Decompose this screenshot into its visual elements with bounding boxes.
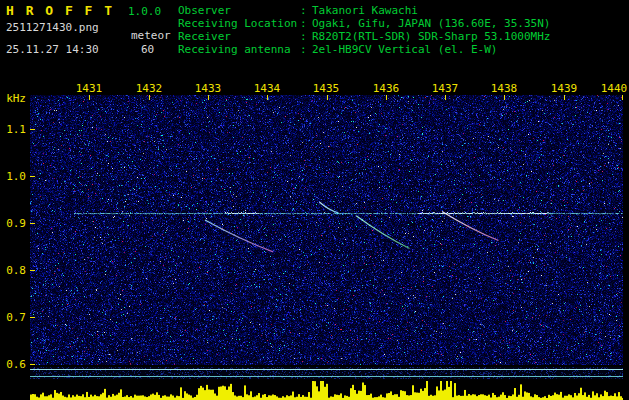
freq-tick-label: 1.0: [0, 170, 26, 183]
freq-tick-label: 0.8: [0, 264, 26, 277]
info-colon: :: [300, 4, 312, 17]
time-tick-label: 1438: [489, 82, 519, 95]
freq-tick-label: 0.7: [0, 311, 26, 324]
time-tick-label: 1432: [134, 82, 164, 95]
info-label: Receiver: [178, 30, 300, 43]
info-label: Observer: [178, 4, 300, 17]
mode-label: meteor: [131, 29, 171, 42]
info-colon: :: [300, 30, 312, 43]
info-value: Ogaki, Gifu, JAPAN (136.60E, 35.35N): [312, 17, 628, 30]
info-value: 2el-HB9CV Vertical (el. E-W): [312, 43, 628, 56]
time-tick-label: 1435: [311, 82, 341, 95]
info-value: R820T2(RTL-SDR) SDR-Sharp 53.1000MHz: [312, 30, 628, 43]
time-tick-label: 1431: [74, 82, 104, 95]
freq-axis: 1.1 1.0 0.9 0.8 0.7 0.6: [0, 0, 28, 400]
detector-strip-canvas: [30, 367, 623, 379]
station-info: Observer:Takanori Kawachi Receiving Loca…: [178, 4, 628, 56]
hrofft-window: H R O F F T 1.0.0 2511271430.png meteor …: [0, 0, 629, 400]
freq-tick-label: 0.6: [0, 358, 26, 371]
time-tick-label: 1436: [371, 82, 401, 95]
signal-level-bars-canvas: [30, 380, 623, 400]
info-row-observer: Observer:Takanori Kawachi: [178, 4, 628, 17]
time-tick-label: 1433: [193, 82, 223, 95]
spectrogram-canvas: [30, 95, 623, 365]
time-tick-label: 1440: [599, 82, 629, 95]
duration-label: 60: [141, 43, 154, 56]
info-value: Takanori Kawachi: [312, 4, 628, 17]
info-row-location: Receiving Location:Ogaki, Gifu, JAPAN (1…: [178, 17, 628, 30]
freq-tick-label: 0.9: [0, 217, 26, 230]
info-label: Receiving antenna: [178, 43, 300, 56]
time-tick-label: 1437: [430, 82, 460, 95]
info-row-receiver: Receiver:R820T2(RTL-SDR) SDR-Sharp 53.10…: [178, 30, 628, 43]
info-colon: :: [300, 43, 312, 56]
time-tick-label: 1434: [252, 82, 282, 95]
info-row-antenna: Receiving antenna:2el-HB9CV Vertical (el…: [178, 43, 628, 56]
time-axis: 1431 1432 1433 1434 1435 1436 1437 1438 …: [0, 82, 629, 94]
info-colon: :: [300, 17, 312, 30]
app-version: 1.0.0: [128, 5, 161, 18]
freq-tick-label: 1.1: [0, 123, 26, 136]
info-label: Receiving Location: [178, 17, 300, 30]
time-tick-label: 1439: [549, 82, 579, 95]
